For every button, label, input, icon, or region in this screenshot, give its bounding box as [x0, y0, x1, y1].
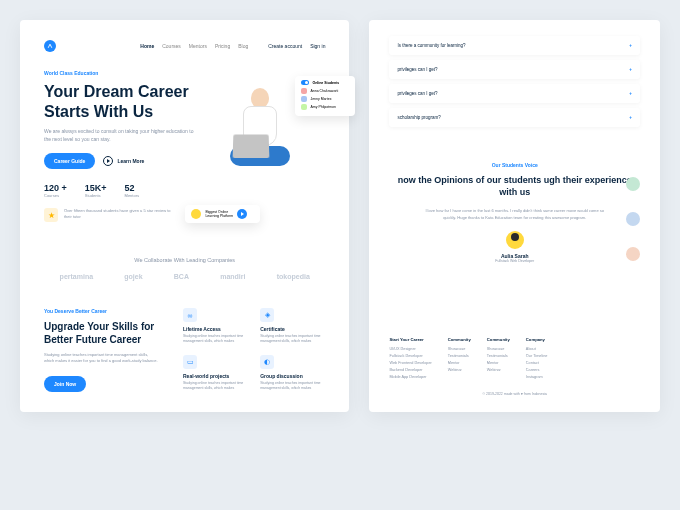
footer-link[interactable]: Fullstack Developer [389, 354, 431, 358]
testimonial-section: Our Students Voice now the Opinions of o… [389, 162, 640, 263]
feature-desc: Studying online teaches important time m… [260, 381, 325, 391]
footer-link[interactable]: Contact [526, 361, 548, 365]
partner-logo: pertamina [60, 273, 93, 280]
student-name: Amy Philpotmon [310, 105, 335, 109]
hero-lead: We are always excited to consult on taki… [44, 128, 194, 143]
feature-desc: Studying online teaches important time m… [183, 381, 248, 391]
star-icon: ★ [44, 208, 58, 222]
footer-link[interactable]: Careers [526, 368, 548, 372]
hero-title: Your Dream Career Starts With Us [44, 82, 194, 122]
testi-title: now the Opinions of our students ugh the… [389, 174, 640, 198]
career-guide-button[interactable]: Career Guide [44, 153, 95, 169]
footer-link[interactable]: UI/UX Designer [389, 347, 431, 351]
partner-logo: gojek [124, 273, 142, 280]
footer-link[interactable]: Showcase [487, 347, 510, 351]
footer-link[interactable]: Webinar [487, 368, 510, 372]
footer-link[interactable]: Mobile App Developer [389, 375, 431, 379]
logo[interactable] [44, 40, 56, 52]
stat-mentors-n: 52 [125, 183, 139, 193]
footer-col: Start Your CareerUI/UX DesignerFullstack… [389, 337, 431, 382]
footer-col: CommunityShowcaseTestimonialsMentorWebin… [487, 337, 510, 382]
skills-title: Upgrade Your Skills for Better Future Ca… [44, 320, 159, 346]
partners-section: We Collaborate With Leading Companies pe… [44, 257, 325, 280]
partner-logo: mandiri [220, 273, 245, 280]
feature-title: Real-world projects [183, 373, 248, 379]
testi-role: Fullstack Web Developer [389, 259, 640, 263]
learn-more-link[interactable]: Learn More [103, 156, 144, 166]
nav-courses[interactable]: Courses [162, 43, 181, 49]
plus-icon: + [629, 91, 632, 96]
platform-badge: Biggest OnlineLearning Platform [185, 205, 260, 223]
online-students-card: Online Students Anna Chakrawarti Jenny M… [295, 76, 355, 116]
certificate-icon: ◈ [260, 308, 274, 322]
testi-quote: I love how far I have come in the last 6… [425, 208, 605, 221]
stat-mentors-l: Mentors [125, 193, 139, 198]
footer-link[interactable]: Web Frontend Developer [389, 361, 431, 365]
faq-question: privileges can I get? [397, 91, 437, 96]
feature-title: Certificate [260, 326, 325, 332]
faq-question: privileges can I get? [397, 67, 437, 72]
faq-item[interactable]: scholarship program?+ [389, 108, 640, 127]
badge-sub: Learning Platform [205, 214, 233, 218]
faq-item[interactable]: privileges can I get?+ [389, 60, 640, 79]
skills-desc: Studying online teaches important time m… [44, 352, 159, 364]
student-name: Jenny Martex [310, 97, 331, 101]
footer-heading: Community [487, 337, 510, 342]
copyright: © 2019-2022 made with ♥ from Indonesia [389, 392, 640, 396]
auth-links: Create account Sign in [268, 43, 325, 49]
faq-question: Is there a community for learning? [397, 43, 465, 48]
footer-link[interactable]: Our Timeline [526, 354, 548, 358]
stat-courses-l: Courses [44, 193, 67, 198]
footer-link[interactable]: About [526, 347, 548, 351]
nav-mentors[interactable]: Mentors [189, 43, 207, 49]
float1-title: Online Students [312, 81, 339, 85]
faq-section: Is there a community for learning?+ priv… [389, 36, 640, 132]
create-account-link[interactable]: Create account [268, 43, 302, 49]
side-avatar [626, 247, 640, 261]
testi-eyebrow: Our Students Voice [389, 162, 640, 168]
skills-eyebrow: You Deserve Better Career [44, 308, 159, 314]
feature-item: ∞Lifetime AccessStudying online teaches … [183, 308, 248, 345]
nav-home[interactable]: Home [140, 43, 154, 49]
review-text: Over fifteen thousand students have give… [64, 208, 174, 219]
side-avatar [626, 177, 640, 191]
footer-link[interactable]: Instagram [526, 375, 548, 379]
feature-item: ▭Real-world projectsStudying online teac… [183, 355, 248, 392]
faq-item[interactable]: privileges can I get?+ [389, 84, 640, 103]
feature-title: Lifetime Access [183, 326, 248, 332]
footer-link[interactable]: Testimonials [487, 354, 510, 358]
footer-link[interactable]: Webinar [448, 368, 471, 372]
feature-item: ◈CertificateStudying online teaches impo… [260, 308, 325, 345]
avatar [191, 209, 201, 219]
footer-link[interactable]: Showcase [448, 347, 471, 351]
faq-item[interactable]: Is there a community for learning?+ [389, 36, 640, 55]
footer-col: CommunityShowcaseTestimonialsMentorWebin… [448, 337, 471, 382]
feature-desc: Studying online teaches important time m… [183, 334, 248, 344]
nav-pricing[interactable]: Pricing [215, 43, 230, 49]
footer-link[interactable]: Backend Developer [389, 368, 431, 372]
side-avatar [626, 212, 640, 226]
avatar [301, 88, 307, 94]
footer-link[interactable]: Testimonials [448, 354, 471, 358]
skills-section: You Deserve Better Career Upgrade Your S… [44, 308, 325, 392]
signin-link[interactable]: Sign in [310, 43, 325, 49]
footer-heading: Start Your Career [389, 337, 431, 342]
infinity-icon: ∞ [183, 308, 197, 322]
plus-icon: + [629, 115, 632, 120]
partners-title: We Collaborate With Leading Companies [44, 257, 325, 263]
nav-blog[interactable]: Blog [238, 43, 248, 49]
footer-link[interactable]: Mentor [487, 361, 510, 365]
stat-students-l: Students [85, 193, 107, 198]
footer-link[interactable]: Mentor [448, 361, 471, 365]
footer-heading: Company [526, 337, 548, 342]
join-now-button[interactable]: Join Now [44, 376, 86, 392]
student-name: Anna Chakrawarti [310, 89, 338, 93]
faq-question: scholarship program? [397, 115, 440, 120]
group-icon: ◐ [260, 355, 274, 369]
toggle-icon [301, 80, 309, 85]
main-nav: Home Courses Mentors Pricing Blog Create… [44, 40, 325, 52]
plus-icon: + [629, 67, 632, 72]
avatar [301, 104, 307, 110]
plus-icon: + [629, 43, 632, 48]
footer-col: CompanyAboutOur TimelineContactCareersIn… [526, 337, 548, 382]
